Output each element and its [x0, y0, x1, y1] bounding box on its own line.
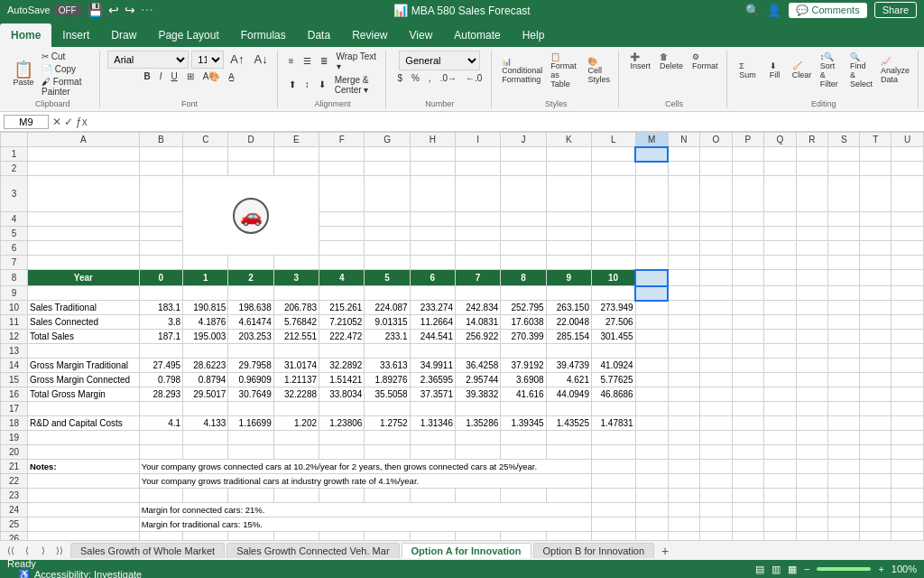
- view-layout-icon[interactable]: ▥: [772, 564, 781, 575]
- add-sheet-button[interactable]: +: [656, 542, 674, 560]
- col-header-u[interactable]: U: [892, 133, 924, 147]
- expand-icon[interactable]: ✕: [52, 116, 61, 128]
- copy-button[interactable]: 📄 Copy: [38, 63, 94, 75]
- font-size-select[interactable]: 11: [191, 51, 224, 69]
- decrease-decimal-button[interactable]: ←.0: [462, 72, 485, 84]
- col-header-m[interactable]: M: [635, 133, 668, 147]
- sheet-tab-option-a[interactable]: Option A for Innovation: [402, 543, 531, 558]
- accessibility-status[interactable]: ♿ Accessibility: Investigate: [18, 569, 142, 579]
- paste-button[interactable]: 📋 Paste: [11, 60, 36, 89]
- zoom-slider[interactable]: [817, 567, 871, 571]
- function-icon[interactable]: ƒx: [76, 116, 88, 128]
- sheet-tab-sales-growth-connected[interactable]: Sales Growth Connected Veh. Mar: [226, 543, 399, 558]
- tab-next-button[interactable]: ⟩: [36, 544, 51, 558]
- formula-input[interactable]: [91, 117, 920, 127]
- col-header-c[interactable]: C: [183, 133, 228, 147]
- comments-button[interactable]: 💬Comments: [789, 3, 866, 18]
- percent-button[interactable]: %: [408, 72, 423, 84]
- tab-first-button[interactable]: ⟨⟨: [4, 544, 18, 558]
- col-header-f[interactable]: F: [319, 133, 365, 147]
- col-header-n[interactable]: N: [668, 133, 699, 147]
- format-painter-button[interactable]: 🖌 Format Painter: [38, 76, 94, 98]
- col-header-k[interactable]: K: [546, 133, 591, 147]
- format-cells-button[interactable]: ⚙Format: [688, 51, 722, 72]
- tab-review[interactable]: Review: [341, 23, 398, 47]
- border-button[interactable]: ⊞: [183, 70, 198, 82]
- share-button[interactable]: Share: [874, 2, 917, 18]
- currency-button[interactable]: $: [393, 72, 406, 84]
- fill-button[interactable]: ⬇Fill: [762, 60, 787, 81]
- col-header-o[interactable]: O: [700, 133, 733, 147]
- tab-view[interactable]: View: [399, 23, 444, 47]
- conditional-formatting-button[interactable]: 📊ConditionalFormatting: [499, 55, 545, 86]
- col-header-q[interactable]: Q: [764, 133, 797, 147]
- col-header-i[interactable]: I: [455, 133, 500, 147]
- align-right-button[interactable]: ≣: [317, 55, 331, 67]
- format-as-table-button[interactable]: 📋Formatas Table: [547, 51, 583, 90]
- underline-button[interactable]: U: [168, 70, 181, 82]
- delete-cells-button[interactable]: 🗑Delete: [656, 51, 687, 72]
- decrease-font-button[interactable]: A↓: [250, 51, 271, 67]
- align-bottom-button[interactable]: ⬇: [315, 79, 329, 90]
- number-format-select[interactable]: General: [399, 51, 480, 70]
- sheet-tab-sales-growth-whole[interactable]: Sales Growth of Whole Market: [70, 543, 225, 558]
- bold-button[interactable]: B: [141, 70, 154, 82]
- zoom-in-icon[interactable]: +: [878, 564, 883, 574]
- font-color-button[interactable]: A̲: [225, 70, 238, 82]
- sort-filter-button[interactable]: ↕🔍Sort &Filter: [817, 51, 845, 90]
- tab-home[interactable]: Home: [0, 23, 51, 47]
- sheet-tab-option-b[interactable]: Option B for Innovation: [533, 543, 655, 558]
- col-header-d[interactable]: D: [228, 133, 273, 147]
- search-icon[interactable]: 🔍: [745, 4, 760, 17]
- view-normal-icon[interactable]: ▤: [755, 564, 764, 575]
- col-header-h[interactable]: H: [410, 133, 455, 147]
- sum-button[interactable]: ΣSum: [735, 60, 760, 81]
- col-header-g[interactable]: G: [365, 133, 410, 147]
- col-header-r[interactable]: R: [796, 133, 827, 147]
- col-header-b[interactable]: B: [139, 133, 182, 147]
- align-top-button[interactable]: ⬆: [285, 79, 300, 90]
- col-header-s[interactable]: S: [828, 133, 860, 147]
- tab-insert[interactable]: Insert: [51, 23, 100, 47]
- tab-automate[interactable]: Automate: [443, 23, 511, 47]
- align-middle-button[interactable]: ↕: [301, 79, 313, 90]
- tab-prev-button[interactable]: ⟨: [20, 544, 34, 558]
- align-center-button[interactable]: ☰: [300, 55, 315, 67]
- tab-draw[interactable]: Draw: [100, 23, 147, 47]
- merge-center-button[interactable]: Merge & Center ▾: [331, 74, 381, 96]
- year-header[interactable]: Year: [28, 270, 140, 286]
- cut-button[interactable]: ✂ Cut: [38, 51, 94, 62]
- cell-styles-button[interactable]: 🎨CellStyles: [585, 55, 613, 86]
- tab-data[interactable]: Data: [297, 23, 341, 47]
- tab-last-button[interactable]: ⟩⟩: [52, 544, 67, 558]
- col-header-a[interactable]: A: [28, 133, 140, 147]
- col-header-j[interactable]: J: [501, 133, 546, 147]
- tab-help[interactable]: Help: [512, 23, 556, 47]
- undo-icon[interactable]: ↩: [108, 3, 119, 17]
- more-icon[interactable]: ⋯: [141, 3, 153, 17]
- col-header-e[interactable]: E: [273, 133, 319, 147]
- profile-icon[interactable]: 👤: [767, 4, 781, 17]
- insert-cells-button[interactable]: ➕Insert: [626, 51, 654, 72]
- find-select-button[interactable]: 🔍Find &Select: [846, 51, 876, 90]
- redo-icon[interactable]: ↪: [125, 3, 135, 17]
- align-left-button[interactable]: ≡: [285, 55, 298, 67]
- wrap-text-button[interactable]: Wrap Text ▾: [333, 51, 381, 72]
- tab-formulas[interactable]: Formulas: [230, 23, 297, 47]
- view-page-break-icon[interactable]: ▦: [788, 564, 797, 575]
- comma-button[interactable]: ,: [425, 72, 435, 84]
- col-header-l[interactable]: L: [591, 133, 635, 147]
- confirm-icon[interactable]: ✓: [64, 116, 73, 128]
- save-icon[interactable]: 💾: [88, 3, 103, 17]
- clear-button[interactable]: 🧹Clear: [789, 60, 814, 81]
- italic-button[interactable]: I: [156, 70, 166, 82]
- sheet-container[interactable]: A B C D E F G H I J K L M N O P Q: [0, 132, 924, 540]
- fill-color-button[interactable]: A🎨: [199, 70, 224, 82]
- analyze-data-button[interactable]: 📈AnalyzeData: [878, 55, 912, 86]
- font-family-select[interactable]: Arial: [107, 51, 189, 69]
- increase-font-button[interactable]: A↑: [226, 51, 247, 67]
- increase-decimal-button[interactable]: .0→: [437, 72, 460, 84]
- tab-page-layout[interactable]: Page Layout: [147, 23, 229, 47]
- col-header-p[interactable]: P: [732, 133, 763, 147]
- zoom-out-icon[interactable]: −: [804, 564, 809, 574]
